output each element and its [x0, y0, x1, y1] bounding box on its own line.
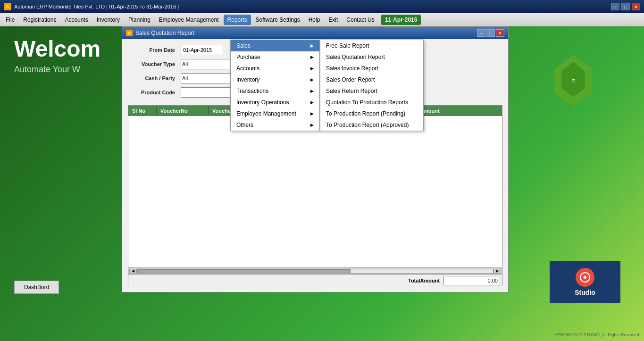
table-footer: TotalAmount 0.00: [128, 274, 502, 286]
studio-label: Studio: [575, 289, 595, 296]
from-date-row: From Date: [128, 45, 223, 55]
voucher-type-label: Voucher Type: [128, 61, 175, 67]
table-body: [128, 116, 502, 267]
menu-inventory[interactable]: Inventory: [93, 15, 124, 25]
cash-party-label: Cash / Party: [128, 75, 175, 81]
reports-menu-item-accounts[interactable]: Accounts ▶: [231, 63, 319, 74]
menu-contact-us[interactable]: Contact Us: [343, 15, 378, 25]
sales-arrow-icon: ▶: [310, 43, 314, 48]
menu-planning[interactable]: Planning: [125, 15, 154, 25]
reports-menu-item-transactions[interactable]: Transactions ▶: [231, 85, 319, 97]
inner-close-button[interactable]: ✕: [496, 29, 504, 37]
logo-shape: ≡: [550, 50, 597, 113]
employee-management-arrow-icon: ▶: [310, 111, 314, 116]
col-slno: Sl No: [128, 106, 157, 116]
results-table: Sl No VoucherNo VoucherTypeNam CashOrPar…: [128, 105, 502, 286]
reports-menu-item-purchase[interactable]: Purchase ▶: [231, 51, 319, 63]
minimize-button[interactable]: ─: [611, 3, 619, 10]
welcome-text-container: Welcom Automate Your W: [14, 36, 100, 75]
current-date-badge: 11-Apr-2015: [381, 15, 421, 25]
title-bar-left: A Automan ERP Morbonite Tiles Pvt. LTD […: [4, 3, 179, 10]
reports-menu-item-inventory[interactable]: Inventory ▶: [231, 74, 319, 85]
sales-submenu-production-approved[interactable]: To Production Report (Approved): [320, 119, 423, 131]
sales-submenu-free-sale[interactable]: Free Sale Report: [320, 40, 423, 51]
reports-dropdown-menu: Sales ▶ Purchase ▶ Accounts ▶ Inventory …: [230, 40, 320, 131]
welcome-subtitle: Automate Your W: [14, 65, 100, 75]
menu-file[interactable]: File: [2, 15, 18, 25]
menu-exit[interactable]: Exit: [325, 15, 342, 25]
purchase-arrow-icon: ▶: [310, 55, 314, 59]
inner-minimize-button[interactable]: ─: [477, 29, 485, 37]
maximize-button[interactable]: □: [621, 3, 630, 10]
copyright-text: AEROBOTICS STUDIO, All Rights Reserved.: [554, 333, 640, 337]
app-icon: A: [4, 3, 11, 10]
menu-registrations[interactable]: Registrations: [19, 15, 60, 25]
inner-title-bar: A Sales Quotation Report ─ □ ✕: [122, 27, 508, 39]
sales-submenu-quotation-production[interactable]: Quotation To Production Reports: [320, 97, 423, 108]
menu-employee-management[interactable]: Employee Management: [155, 15, 223, 25]
sales-submenu-order-report[interactable]: Sales Order Report: [320, 74, 423, 85]
scroll-right-arrow[interactable]: ▶: [493, 269, 501, 274]
reports-menu-item-sales[interactable]: Sales ▶: [231, 40, 319, 51]
inner-title-left: A Sales Quotation Report: [126, 30, 194, 36]
transactions-arrow-icon: ▶: [310, 89, 314, 93]
reports-menu-item-inventory-operations[interactable]: Inventory Operations ▶: [231, 97, 319, 108]
from-date-input[interactable]: [181, 45, 223, 55]
reports-menu-item-employee-management[interactable]: Employee Management ▶: [231, 108, 319, 119]
inner-window-title: Sales Quotation Report: [135, 30, 194, 36]
inventory-arrow-icon: ▶: [310, 77, 314, 82]
from-date-label: From Date: [128, 47, 175, 53]
close-button[interactable]: ✕: [632, 3, 640, 10]
welcome-title: Welcom: [14, 36, 100, 62]
menu-help[interactable]: Help: [305, 15, 324, 25]
main-area: Welcom Automate Your W ≡ Studio DashBord…: [0, 26, 644, 341]
inner-window-icon: A: [126, 30, 133, 36]
sales-submenu-invoice-report[interactable]: Sales Invoice Report: [320, 63, 423, 74]
sales-submenu-quotation-report[interactable]: Sales Quotation Report: [320, 51, 423, 63]
accounts-arrow-icon: ▶: [310, 66, 314, 71]
app-title: Automan ERP Morbonite Tiles Pvt. LTD [ 0…: [14, 4, 179, 9]
menu-bar: File Registrations Accounts Inventory Pl…: [0, 13, 644, 26]
inner-maximize-button[interactable]: □: [486, 29, 495, 37]
reports-menu-item-others[interactable]: Others ▶: [231, 119, 319, 131]
title-bar: A Automan ERP Morbonite Tiles Pvt. LTD […: [0, 0, 644, 13]
col-voucherno: VoucherNo: [157, 106, 209, 116]
scroll-left-arrow[interactable]: ◀: [129, 269, 137, 274]
menu-accounts[interactable]: Accounts: [61, 15, 92, 25]
menu-software-settings[interactable]: Software Settings: [252, 15, 304, 25]
inner-window-controls: ─ □ ✕: [477, 29, 504, 37]
total-amount-value: 0.00: [443, 276, 500, 285]
sales-submenu-production-pending[interactable]: To Production Report (Pending): [320, 108, 423, 119]
sales-submenu: Free Sale Report Sales Quotation Report …: [320, 40, 424, 131]
title-bar-controls: ─ □ ✕: [611, 3, 640, 10]
scroll-track[interactable]: [137, 269, 493, 274]
dashboard-button[interactable]: DashBord: [14, 281, 59, 294]
others-arrow-icon: ▶: [310, 123, 314, 127]
horizontal-scrollbar[interactable]: ◀ ▶: [128, 267, 502, 274]
product-code-label: Product Code: [128, 90, 175, 95]
studio-badge: Studio: [550, 261, 620, 303]
menu-reports[interactable]: Reports: [224, 15, 251, 25]
scroll-thumb[interactable]: [137, 269, 351, 273]
inventory-operations-arrow-icon: ▶: [310, 100, 314, 105]
sales-submenu-return-report[interactable]: Sales Return Report: [320, 85, 423, 97]
total-amount-label: TotalAmount: [408, 278, 443, 283]
svg-text:≡: ≡: [571, 77, 575, 84]
